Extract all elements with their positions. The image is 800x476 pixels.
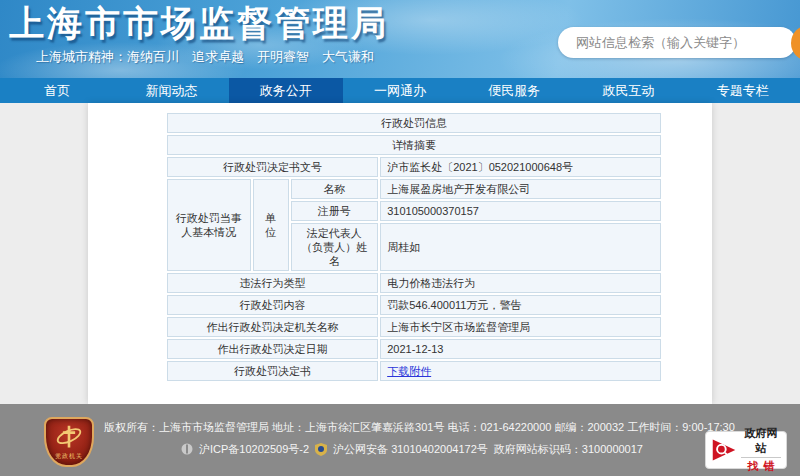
error-badge-line2: 找错 bbox=[741, 458, 781, 474]
decision-date-value: 2021-12-13 bbox=[380, 339, 661, 359]
doc-number-label: 行政处罚决定书文号 bbox=[167, 157, 378, 177]
footer-registration-line: 沪ICP备10202509号-2 沪公网安备 31010402004172号 政… bbox=[104, 438, 720, 460]
nav-item-interaction[interactable]: 政民互动 bbox=[571, 78, 685, 103]
legal-rep-value: 周桂如 bbox=[380, 223, 661, 271]
error-badge-line1: 政府网站 bbox=[741, 426, 781, 458]
doc-number-value: 沪市监长处〔2021〕052021000648号 bbox=[380, 157, 661, 177]
violation-type-value: 电力价格违法行为 bbox=[380, 273, 661, 293]
table-row: 行政处罚当事人基本情况 单位 名称 上海展盈房地产开发有限公司 bbox=[167, 179, 661, 199]
table-subtitle: 详情摘要 bbox=[167, 135, 661, 155]
main-nav: 首页 新闻动态 政务公开 一网通办 便民服务 政民互动 专题专栏 bbox=[0, 78, 800, 103]
authority-value: 上海市长宁区市场监督管理局 bbox=[380, 317, 661, 337]
site-footer: 党政机关 版权所有：上海市市场监督管理局 地址：上海市徐汇区肇嘉浜路301号 电… bbox=[0, 404, 800, 476]
gov-site-error-report-badge[interactable]: 政府网站 找错 bbox=[705, 431, 787, 469]
table-row: 行政处罚内容 罚款546.400011万元，警告 bbox=[167, 295, 661, 315]
legal-rep-label: 法定代表人（负责人）姓名 bbox=[291, 223, 379, 271]
city-spirit-slogan: 上海城市精神：海纳百川 追求卓越 开明睿智 大气谦和 bbox=[36, 48, 374, 66]
icp-number-link[interactable]: 沪ICP备10202509号-2 bbox=[199, 438, 309, 460]
police-record-link[interactable]: 沪公网安备 31010402004172号 bbox=[333, 438, 488, 460]
icp-icon bbox=[181, 443, 193, 455]
decision-doc-label: 行政处罚决定书 bbox=[167, 361, 378, 381]
reg-no-value: 310105000370157 bbox=[380, 201, 661, 221]
party-info-label: 行政处罚当事人基本情况 bbox=[167, 179, 251, 271]
download-attachment-link[interactable]: 下载附件 bbox=[387, 365, 431, 377]
shield-emblem-icon bbox=[54, 423, 84, 451]
decision-date-label: 作出行政处罚决定日期 bbox=[167, 339, 378, 359]
table-row: 行政处罚决定书文号 沪市监长处〔2021〕052021000648号 bbox=[167, 157, 661, 177]
shield-badge-text: 党政机关 bbox=[55, 452, 83, 461]
page: 上海市市场监督管理局 上海城市精神：海纳百川 追求卓越 开明睿智 大气谦和 首页… bbox=[0, 0, 800, 476]
content-panel: 行政处罚信息 详情摘要 行政处罚决定书文号 沪市监长处〔2021〕0520210… bbox=[88, 103, 712, 404]
error-badge-text: 政府网站 找错 bbox=[741, 426, 781, 474]
nav-item-gov-disclosure[interactable]: 政务公开 bbox=[229, 78, 343, 103]
error-report-magnifier-icon bbox=[711, 437, 737, 463]
nav-item-one-stop[interactable]: 一网通办 bbox=[343, 78, 457, 103]
site-code-text: 政府网站标识码：3100000017 bbox=[494, 438, 643, 460]
nav-item-public-service[interactable]: 便民服务 bbox=[457, 78, 571, 103]
table-row: 作出行政处罚决定机关名称 上海市长宁区市场监督管理局 bbox=[167, 317, 661, 337]
unit-label: 单位 bbox=[253, 179, 289, 271]
company-name-value: 上海展盈房地产开发有限公司 bbox=[380, 179, 661, 199]
name-label: 名称 bbox=[291, 179, 379, 199]
table-row: 作出行政处罚决定日期 2021-12-13 bbox=[167, 339, 661, 359]
violation-type-label: 违法行为类型 bbox=[167, 273, 378, 293]
reg-no-label: 注册号 bbox=[291, 201, 379, 221]
police-badge-icon bbox=[315, 443, 327, 456]
penalty-content-value: 罚款546.400011万元，警告 bbox=[380, 295, 661, 315]
site-title: 上海市市场监督管理局 bbox=[9, 0, 389, 47]
table-row: 行政处罚决定书 下载附件 bbox=[167, 361, 661, 381]
search-input[interactable] bbox=[558, 27, 796, 58]
table-row: 详情摘要 bbox=[167, 135, 661, 155]
site-search-box bbox=[558, 27, 796, 58]
authority-label: 作出行政处罚决定机关名称 bbox=[167, 317, 378, 337]
table-row: 违法行为类型 电力价格违法行为 bbox=[167, 273, 661, 293]
footer-text-block: 版权所有：上海市市场监督管理局 地址：上海市徐汇区肇嘉浜路301号 电话：021… bbox=[104, 416, 720, 460]
nav-item-home[interactable]: 首页 bbox=[0, 78, 114, 103]
table-row: 行政处罚信息 bbox=[167, 113, 661, 133]
table-title: 行政处罚信息 bbox=[167, 113, 661, 133]
footer-copyright-line: 版权所有：上海市市场监督管理局 地址：上海市徐汇区肇嘉浜路301号 电话：021… bbox=[104, 416, 720, 438]
nav-item-news[interactable]: 新闻动态 bbox=[114, 78, 228, 103]
nav-item-special-columns[interactable]: 专题专栏 bbox=[686, 78, 800, 103]
penalty-table: 行政处罚信息 详情摘要 行政处罚决定书文号 沪市监长处〔2021〕0520210… bbox=[165, 111, 663, 383]
government-agency-shield-icon: 党政机关 bbox=[44, 417, 94, 467]
penalty-content-label: 行政处罚内容 bbox=[167, 295, 378, 315]
site-header: 上海市市场监督管理局 上海城市精神：海纳百川 追求卓越 开明睿智 大气谦和 bbox=[0, 0, 800, 78]
main-area: 行政处罚信息 详情摘要 行政处罚决定书文号 沪市监长处〔2021〕0520210… bbox=[0, 103, 800, 404]
